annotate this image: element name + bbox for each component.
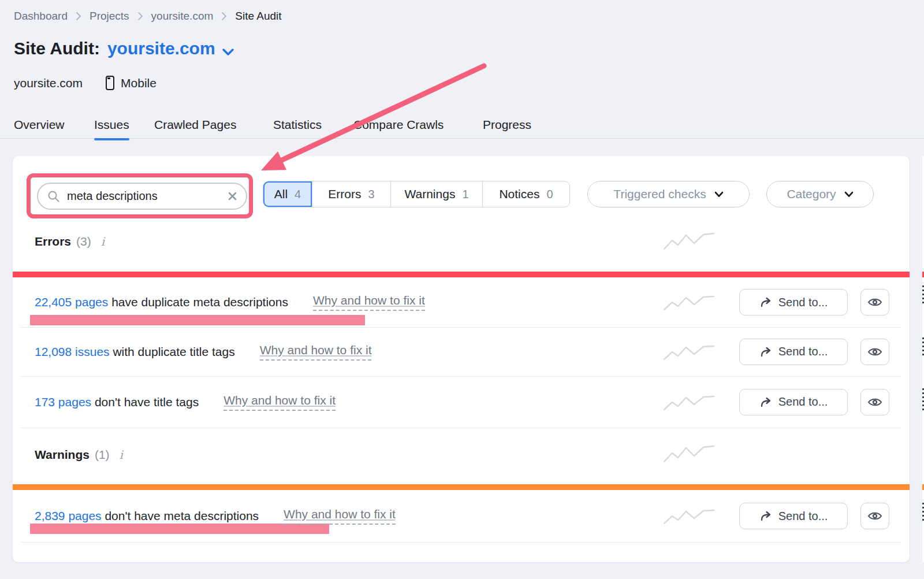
issue-description: have duplicate meta descriptions — [108, 295, 288, 309]
issue-row: 22,405 pages have duplicate meta descrip… — [13, 277, 910, 327]
triggered-checks-label: Triggered checks — [613, 187, 706, 201]
segment-all[interactable]: All 4 — [263, 181, 312, 207]
info-icon[interactable]: i — [120, 448, 123, 462]
tabs-divider — [0, 138, 924, 139]
breadcrumb-dashboard[interactable]: Dashboard — [14, 10, 68, 23]
search-input[interactable] — [67, 190, 227, 203]
segment-notices[interactable]: Notices 0 — [483, 181, 569, 207]
trend-sparkline — [662, 294, 716, 311]
why-how-to-fix-link[interactable]: Why and how to fix it — [260, 343, 372, 361]
chevron-right-icon — [221, 12, 227, 21]
tab-crawled-pages[interactable]: Crawled Pages — [154, 118, 236, 139]
tab-progress[interactable]: Progress — [483, 118, 531, 139]
tab-overview[interactable]: Overview — [14, 118, 65, 139]
clear-icon[interactable] — [227, 191, 238, 202]
issue-count-link[interactable]: 2,839 pages — [35, 509, 102, 523]
breadcrumb: Dashboard Projects yoursite.com Site Aud… — [14, 10, 282, 23]
issue-count-link[interactable]: 173 pages — [35, 395, 91, 409]
issue-row: 12,098 issues with duplicate title tags … — [13, 327, 910, 376]
why-how-to-fix-link[interactable]: Why and how to fix it — [313, 294, 425, 311]
tab-issues[interactable]: Issues — [94, 118, 129, 139]
category-label: Category — [787, 187, 836, 201]
segment-warnings-label: Warnings — [404, 187, 455, 201]
segment-errors[interactable]: Errors 3 — [312, 181, 391, 207]
why-how-to-fix-link[interactable]: Why and how to fix it — [223, 394, 336, 411]
mobile-icon — [106, 76, 114, 90]
section-divider — [21, 428, 901, 428]
device-label: Mobile — [121, 76, 157, 90]
issue-description: don't have meta descriptions — [102, 509, 259, 523]
breadcrumb-project-domain[interactable]: yoursite.com — [151, 10, 214, 23]
triggered-checks-dropdown[interactable]: Triggered checks — [587, 181, 750, 207]
severity-filter: All 4 Errors 3 Warnings 1 Notices 0 — [263, 181, 570, 207]
issue-description: don't have title tags — [91, 395, 199, 409]
send-icon — [759, 396, 772, 408]
chevron-down-icon — [714, 191, 724, 198]
chevron-down-icon — [222, 40, 234, 60]
project-selector[interactable]: yoursite.com — [107, 37, 234, 60]
chevron-down-icon — [844, 191, 854, 198]
warnings-section-count: (1) — [95, 448, 110, 462]
issue-count-link[interactable]: 12,098 issues — [35, 345, 110, 359]
project-selector-label: yoursite.com — [107, 39, 215, 58]
segment-errors-label: Errors — [328, 187, 361, 201]
errors-section-count: (3) — [76, 235, 91, 248]
trend-sparkline — [662, 231, 716, 251]
segment-warnings[interactable]: Warnings 1 — [391, 181, 483, 207]
eye-icon — [867, 346, 882, 358]
warnings-section-title: Warnings — [35, 448, 90, 462]
errors-severity-bar — [13, 272, 910, 277]
send-icon — [759, 296, 772, 308]
row-divider — [21, 542, 901, 543]
page-title-prefix: Site Audit: — [14, 39, 100, 58]
send-icon — [759, 346, 772, 358]
send-to-label: Send to... — [778, 395, 828, 409]
issues-panel: All 4 Errors 3 Warnings 1 Notices 0 Trig… — [13, 156, 910, 562]
view-issue-button[interactable] — [860, 339, 889, 365]
trend-sparkline — [662, 508, 716, 525]
issue-count-link[interactable]: 22,405 pages — [35, 295, 108, 309]
issue-row: 173 pages don't have title tags Why and … — [13, 376, 910, 428]
send-to-button[interactable]: Send to... — [739, 339, 848, 365]
tab-compare-crawls[interactable]: Compare Crawls — [353, 118, 444, 139]
segment-errors-count: 3 — [368, 188, 375, 201]
warnings-severity-bar — [13, 484, 910, 490]
send-to-button[interactable]: Send to... — [739, 289, 848, 316]
send-to-button[interactable]: Send to... — [739, 503, 848, 529]
send-to-label: Send to... — [778, 345, 828, 358]
eye-icon — [867, 296, 882, 308]
project-domain-label: yoursite.com — [14, 76, 83, 90]
view-issue-button[interactable] — [860, 289, 889, 316]
category-dropdown[interactable]: Category — [766, 181, 874, 207]
breadcrumb-projects[interactable]: Projects — [90, 10, 129, 23]
issue-description: with duplicate title tags — [110, 345, 235, 359]
send-icon — [759, 510, 772, 522]
chevron-right-icon — [76, 12, 81, 21]
send-to-button[interactable]: Send to... — [739, 389, 848, 415]
eye-icon — [867, 396, 882, 408]
view-issue-button[interactable] — [860, 503, 889, 529]
warnings-section-header: Warnings (1) i — [35, 448, 123, 462]
eye-icon — [867, 510, 882, 522]
errors-section-header: Errors (3) i — [35, 235, 105, 248]
segment-notices-label: Notices — [499, 187, 539, 201]
segment-warnings-count: 1 — [462, 188, 468, 201]
breadcrumb-site-audit: Site Audit — [235, 10, 281, 23]
search-icon — [47, 190, 60, 203]
tab-statistics[interactable]: Statistics — [273, 118, 322, 139]
segment-all-label: All — [274, 187, 288, 201]
trend-sparkline — [662, 394, 716, 411]
why-how-to-fix-link[interactable]: Why and how to fix it — [284, 507, 396, 525]
view-issue-button[interactable] — [860, 389, 889, 415]
page-title: Site Audit: yoursite.com — [14, 37, 234, 60]
segment-all-count: 4 — [295, 188, 301, 201]
send-to-label: Send to... — [778, 296, 828, 309]
trend-sparkline — [662, 444, 716, 463]
trend-sparkline — [662, 344, 716, 361]
send-to-label: Send to... — [778, 510, 828, 523]
search-box — [37, 183, 247, 210]
segment-notices-count: 0 — [546, 188, 553, 201]
info-icon[interactable]: i — [101, 235, 105, 248]
project-meta: yoursite.com Mobile — [14, 76, 157, 90]
chevron-right-icon — [137, 12, 143, 21]
